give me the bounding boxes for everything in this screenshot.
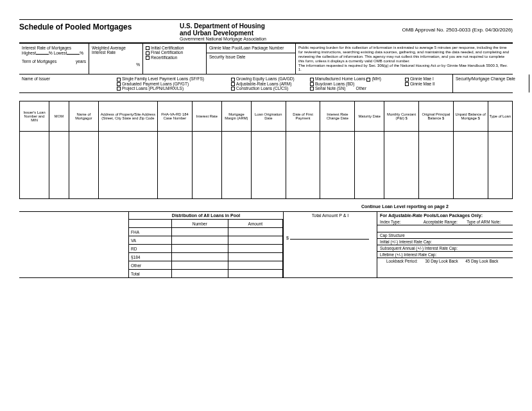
cell[interactable] [49,132,69,199]
dist-cell[interactable] [228,261,282,270]
dist-cell[interactable] [228,245,282,253]
arm-lb30: 30 Day Look Back [425,259,458,263]
dist-cell[interactable] [228,236,282,245]
arm-title: For Adjustable-Rate Pools/Loan Packages … [377,212,513,219]
dollar-sign: $ [286,236,289,240]
cell[interactable] [453,132,488,199]
bottom-block: Distribution of All Loans in Pool Number… [19,211,513,277]
cb-sf[interactable] [117,78,121,82]
cb-cl[interactable] [231,87,235,91]
loan-table-body-row [20,132,513,199]
dist-cell[interactable] [172,270,228,278]
dist-cell[interactable] [172,236,228,245]
highest-field[interactable] [36,50,49,55]
pool-number-label: Ginnie Mae Pool/Loan Package Number [209,46,293,50]
cell[interactable] [251,132,286,199]
cell[interactable] [488,132,512,199]
col-12: Original Principal Balance $ [419,101,454,132]
col-0: Issuer's Loan Number and MIN [20,101,49,132]
arm-index: Index Type: [380,220,424,224]
dist-cell[interactable] [172,261,228,270]
dist-cell[interactable] [172,245,228,253]
col-3: Address of Property/Site Address (Street… [98,101,157,132]
arm-lifetime: Lifetime (+/-) Interest Rate Cap: [377,252,513,258]
cell[interactable] [192,132,221,199]
col-8: Date of First Payment [286,101,320,132]
cell[interactable] [221,132,251,199]
dist-row-va: VA [129,236,172,245]
cell[interactable] [158,132,193,199]
issuer-id-label: Issuer ID Number [529,74,532,92]
checkbox-recert[interactable] [146,56,150,60]
dist-title: Distribution of All Loans in Pool [129,212,283,219]
cell[interactable] [98,132,157,199]
col-2: Name of Mortgagor [69,101,98,132]
meta-block: Interest Rate of Mortgages Highest% Lowe… [19,43,513,74]
dist-h-amount: Amount [228,220,282,228]
totpi-title: Total Amount P & I [284,212,377,219]
loan-table-header-row: Issuer's Loan Number and MIN MOM Name of… [20,101,513,132]
cell[interactable] [286,132,320,199]
arm-cap: Cap Structure [377,232,513,239]
burden-statement: Public reporting burden for this collect… [298,46,510,64]
years-label: years [76,59,86,64]
arm-range: Acceptable Range: [424,220,467,224]
col-13: Unpaid Balance of Mortgage $ [453,101,488,132]
cell[interactable] [419,132,454,199]
arm-subsequent: Subsequent Annual (+/-) Interest Rate Ca… [377,245,513,252]
lowest-label: % Lowest [49,51,67,55]
highest-label: Highest [22,51,36,55]
dist-cell[interactable] [172,253,228,261]
form-page: Schedule of Pooled Mortgages U.S. Depart… [0,0,532,411]
cb-mh[interactable] [310,78,314,82]
dept-sub: Government National Mortgage Association [180,37,308,41]
omb-number: OMB Approval No. 2503-0033 (Exp. 04/30/2… [402,27,513,33]
term-label: Term of Mortgages [22,59,56,64]
cb-mh2[interactable] [366,78,370,82]
cell[interactable] [69,132,98,199]
lowest-field[interactable] [67,50,80,55]
checkbox-final-cert[interactable] [146,51,150,55]
cb-gm1[interactable] [405,78,409,82]
form-title: Schedule of Pooled Mortgages [19,22,180,31]
col-14: Type of Loan [488,101,512,132]
col-9: Interest Rate Change Date [320,101,355,132]
col-6: Mortgage Margin (ARM) [221,101,251,132]
col-10: Maturity Date [355,101,384,132]
dist-cell[interactable] [228,253,282,261]
col-7: Loan Origination Date [251,101,286,132]
cell[interactable] [384,132,419,199]
loan-table: Issuer's Loan Number and MIN MOM Name of… [19,101,513,199]
totpi-field[interactable] [290,235,369,240]
cell[interactable] [20,132,49,199]
dist-row-rd: RD [129,245,172,253]
dist-cell[interactable] [228,270,282,278]
dist-row-other: Other [129,261,172,270]
dist-cell[interactable] [172,228,228,236]
dist-h-number: Number [172,220,228,228]
cb-ge[interactable] [231,78,235,82]
dist-row-total: Total [129,270,172,278]
cb-pl[interactable] [117,87,121,91]
arm-lb45: 45 Day Look Back [465,259,498,263]
burden-statement-2: The information requested is required by… [298,64,510,73]
cell[interactable] [320,132,355,199]
dist-row-184: §184 [129,253,172,261]
dist-cell[interactable] [228,228,282,236]
issuer-row: Name of Issuer Single Family Level Payme… [19,74,513,93]
arm-note-type: Type of ARM Note: [467,220,510,224]
dist-row-fha: FHA [129,228,172,236]
wai-label: Weighted Average Interest Rate [92,46,140,55]
continue-notice: Continue Loan Level reporting on page 2 [19,204,513,209]
security-change-date-label: Security/Mortgage Change Date [452,74,529,92]
issuer-name-label: Name of Issuer [19,74,114,92]
arm-initial: Initial (+/-) Interest Rate Cap: [377,239,513,245]
interest-rate-label: Interest Rate of Mortgages [22,46,86,50]
cb-gm2[interactable] [405,82,409,86]
col-5: Interest Rate [192,101,221,132]
col-11: Monthly Constant (P&I) $ [384,101,419,132]
arm-lookback: Lookback Period: [386,259,418,263]
cell[interactable] [355,132,384,199]
cb-sn[interactable] [310,87,314,91]
col-1: MOM [49,101,69,132]
